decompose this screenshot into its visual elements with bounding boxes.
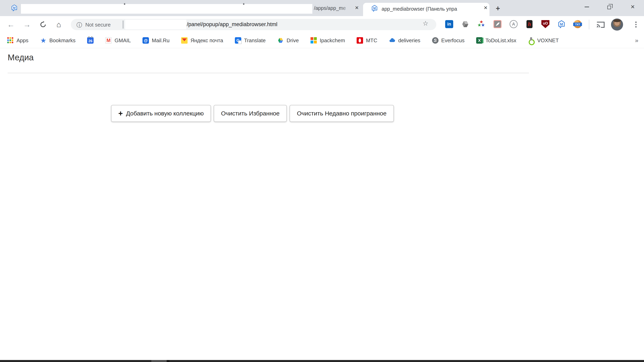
- mediabrowser-extension-icon[interactable]: M: [558, 20, 566, 28]
- reload-button[interactable]: [36, 16, 50, 33]
- plus-icon: +: [118, 110, 123, 117]
- new-tab-button[interactable]: +: [494, 4, 502, 13]
- omnibox-separator: [123, 20, 123, 28]
- tab-active-close-icon[interactable]: ✕: [482, 4, 489, 11]
- redaction-artifact: [124, 3, 125, 5]
- globe-icon: S: [432, 37, 438, 44]
- translate-icon: G: [235, 37, 241, 44]
- bookmarks-bar: Apps ★ Bookmarks 26 M GMAIL @ Mail.Ru Ян…: [0, 33, 644, 48]
- microsoft-icon: [310, 37, 317, 44]
- voxnet-icon: [528, 37, 534, 44]
- mediabrowser-favicon-icon: M: [371, 5, 378, 13]
- browser-menu-icon[interactable]: [632, 20, 640, 29]
- window-restore-button[interactable]: [600, 0, 620, 14]
- a-circle-extension-icon[interactable]: A: [510, 20, 518, 28]
- close-icon: ✕: [630, 4, 635, 10]
- bookmark-deliveries[interactable]: deliveries: [389, 37, 420, 44]
- bookmark-ipackchem[interactable]: Ipackchem: [310, 37, 345, 44]
- gmail-icon: M: [105, 37, 112, 44]
- add-collection-button[interactable]: + Добавить новую коллекцию: [111, 105, 211, 122]
- calendar-icon: 26: [87, 37, 94, 44]
- svg-text:M: M: [560, 22, 563, 26]
- gray-drive-extension-icon[interactable]: [461, 20, 469, 28]
- drive-icon: [277, 37, 284, 44]
- page-content: Медиа + Добавить новую коллекцию Очистит…: [0, 48, 644, 360]
- svg-text:M: M: [13, 6, 16, 10]
- tab-active-title: app_mediabrowser (Панель упра: [382, 6, 473, 12]
- h-extension-icon[interactable]: h: [526, 20, 532, 28]
- bookmark-everfocus[interactable]: S Everfocus: [432, 37, 465, 44]
- txt-globe-extension-icon[interactable]: TXT: [574, 20, 582, 28]
- bookmark-yandex-mail[interactable]: Яндекс почта: [181, 37, 223, 44]
- bookmark-drive[interactable]: Drive: [277, 37, 299, 44]
- url-redaction: [125, 20, 186, 29]
- toolbar-divider: [589, 20, 589, 29]
- extensions-row: in ★ ★ ★ A h uO M TXT: [445, 20, 582, 28]
- linkedin-extension-icon[interactable]: in: [445, 20, 453, 28]
- color-stars-extension-icon[interactable]: ★ ★ ★: [477, 20, 486, 28]
- minimize-icon: [585, 7, 589, 7]
- blue-star-icon: ★: [40, 37, 46, 44]
- back-button[interactable]: ←: [4, 16, 18, 33]
- tab-title-redaction: [21, 4, 312, 14]
- bookmark-calendar[interactable]: 26: [87, 37, 94, 44]
- bookmark-gmail[interactable]: M GMAIL: [105, 37, 131, 44]
- taskbar-segment: [151, 360, 167, 362]
- tab-inactive[interactable]: /apps/app_me: [314, 5, 351, 11]
- tab-inactive-close-icon[interactable]: ✕: [354, 4, 360, 11]
- action-buttons-row: + Добавить новую коллекцию Очистить Избр…: [111, 105, 394, 122]
- tab-title-fade: [340, 5, 351, 11]
- page-title: Медиа: [8, 53, 34, 62]
- ublock-origin-extension-icon[interactable]: uO: [541, 20, 550, 28]
- bookmark-mts[interactable]: МТС: [356, 37, 377, 44]
- excel-icon: X: [476, 37, 482, 44]
- tab-active[interactable]: M app_mediabrowser (Панель упра: [363, 3, 490, 16]
- acrobat-extension-icon[interactable]: [494, 20, 502, 28]
- taskbar-segment: [167, 360, 170, 362]
- bookmark-star-icon[interactable]: ☆: [422, 20, 428, 26]
- window-minimize-button[interactable]: [577, 0, 596, 14]
- clear-recently-played-button[interactable]: Очистить Недавно проигранное: [290, 105, 394, 122]
- svg-text:M: M: [373, 7, 376, 10]
- home-button[interactable]: ⌂: [52, 16, 66, 33]
- cloud-icon: [389, 37, 396, 44]
- url-text: /panel/popup/app_mediabrowser.html: [187, 21, 277, 27]
- not-secure-label: Not secure: [85, 22, 111, 28]
- mailru-icon: @: [142, 37, 149, 44]
- forward-button[interactable]: →: [20, 16, 34, 33]
- bookmark-apps[interactable]: Apps: [7, 37, 28, 44]
- bookmark-todolist[interactable]: X ToDoList.xlsx: [476, 37, 516, 44]
- bookmark-translate[interactable]: G Translate: [235, 37, 266, 44]
- yandex-mail-icon: [181, 37, 188, 44]
- address-bar[interactable]: ⓘ Not secure /panel/popup/app_mediabrows…: [71, 19, 436, 30]
- mts-icon: [356, 37, 363, 44]
- tab-title-fade: [463, 6, 473, 12]
- profile-avatar[interactable]: [611, 18, 623, 30]
- bookmark-bookmarks[interactable]: ★ Bookmarks: [40, 37, 76, 44]
- window-close-button[interactable]: ✕: [623, 0, 642, 14]
- page-info-icon[interactable]: ⓘ: [76, 21, 82, 29]
- clear-favorites-button[interactable]: Очистить Избранное: [214, 105, 287, 122]
- redaction-artifact: [243, 3, 244, 5]
- bookmarks-overflow-chevron[interactable]: »: [635, 37, 638, 44]
- apps-grid-icon: [7, 37, 14, 44]
- bookmark-voxnet[interactable]: VOXNET: [528, 37, 559, 44]
- tab-strip: M /apps/app_me ✕ M app_mediabrowser (Пан…: [0, 0, 644, 16]
- heading-divider: [8, 73, 529, 73]
- cast-icon[interactable]: [596, 20, 605, 29]
- taskbar-edge: [0, 360, 644, 362]
- bookmark-mailru[interactable]: @ Mail.Ru: [142, 37, 170, 44]
- browser-window: M /apps/app_me ✕ M app_mediabrowser (Пан…: [0, 0, 644, 362]
- mediabrowser-favicon-icon: M: [11, 4, 18, 13]
- restore-icon: [607, 6, 611, 9]
- browser-toolbar: ← → ⌂ ⓘ Not secure /panel/popup/app_medi…: [0, 16, 644, 33]
